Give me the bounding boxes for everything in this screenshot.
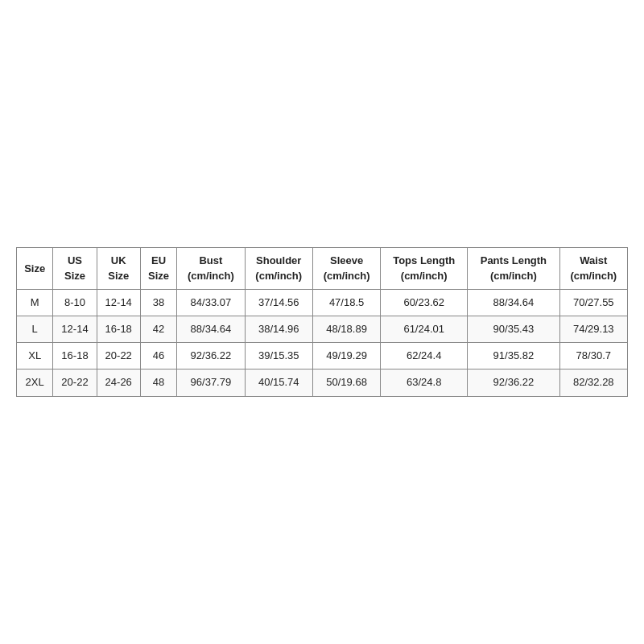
size-chart-container: Size USSize UKSize EUSize Bust(cm/inch) … <box>16 247 628 396</box>
table-row: L12-1416-184288/34.6438/14.9648/18.8961/… <box>17 316 628 343</box>
cell-eu: 42 <box>140 316 176 343</box>
col-header-pants-length: Pants Length(cm/inch) <box>468 248 559 289</box>
cell-uk: 16-18 <box>97 316 140 343</box>
cell-eu: 46 <box>140 343 176 369</box>
cell-size: L <box>17 316 53 343</box>
table-row: 2XL20-2224-264896/37.7940/15.7450/19.686… <box>17 369 628 396</box>
col-header-uk: UKSize <box>97 248 140 289</box>
cell-size: M <box>17 289 53 316</box>
col-header-size: Size <box>17 248 53 289</box>
cell-tops_length: 63/24.8 <box>381 369 468 396</box>
cell-waist: 82/32.28 <box>559 369 627 396</box>
cell-pants_length: 91/35.82 <box>468 343 559 369</box>
col-header-us: USSize <box>53 248 97 289</box>
cell-uk: 20-22 <box>97 343 140 369</box>
cell-tops_length: 61/24.01 <box>381 316 468 343</box>
col-header-eu: EUSize <box>140 248 176 289</box>
cell-bust: 96/37.79 <box>177 369 245 396</box>
cell-pants_length: 92/36.22 <box>468 369 559 396</box>
cell-sleeve: 47/18.5 <box>312 289 380 316</box>
cell-us: 16-18 <box>53 343 97 369</box>
table-row: XL16-1820-224692/36.2239/15.3549/19.2962… <box>17 343 628 369</box>
cell-tops_length: 60/23.62 <box>381 289 468 316</box>
cell-sleeve: 49/19.29 <box>312 343 380 369</box>
cell-us: 8-10 <box>53 289 97 316</box>
cell-tops_length: 62/24.4 <box>381 343 468 369</box>
cell-waist: 78/30.7 <box>559 343 627 369</box>
cell-pants_length: 90/35.43 <box>468 316 559 343</box>
cell-bust: 84/33.07 <box>177 289 245 316</box>
cell-bust: 92/36.22 <box>177 343 245 369</box>
table-header-row: Size USSize UKSize EUSize Bust(cm/inch) … <box>17 248 628 289</box>
cell-us: 20-22 <box>53 369 97 396</box>
col-header-bust: Bust(cm/inch) <box>177 248 245 289</box>
cell-shoulder: 38/14.96 <box>245 316 312 343</box>
cell-pants_length: 88/34.64 <box>468 289 559 316</box>
cell-shoulder: 40/15.74 <box>245 369 312 396</box>
col-header-shoulder: Shoulder(cm/inch) <box>245 248 312 289</box>
cell-eu: 38 <box>140 289 176 316</box>
cell-uk: 12-14 <box>97 289 140 316</box>
col-header-sleeve: Sleeve(cm/inch) <box>312 248 380 289</box>
size-chart-table: Size USSize UKSize EUSize Bust(cm/inch) … <box>16 247 628 396</box>
table-row: M8-1012-143884/33.0737/14.5647/18.560/23… <box>17 289 628 316</box>
cell-shoulder: 37/14.56 <box>245 289 312 316</box>
col-header-tops-length: Tops Length(cm/inch) <box>381 248 468 289</box>
cell-shoulder: 39/15.35 <box>245 343 312 369</box>
cell-waist: 70/27.55 <box>559 289 627 316</box>
cell-waist: 74/29.13 <box>559 316 627 343</box>
col-header-waist: Waist(cm/inch) <box>559 248 627 289</box>
cell-us: 12-14 <box>53 316 97 343</box>
cell-eu: 48 <box>140 369 176 396</box>
cell-size: 2XL <box>17 369 53 396</box>
cell-size: XL <box>17 343 53 369</box>
cell-sleeve: 48/18.89 <box>312 316 380 343</box>
cell-bust: 88/34.64 <box>177 316 245 343</box>
cell-uk: 24-26 <box>97 369 140 396</box>
cell-sleeve: 50/19.68 <box>312 369 380 396</box>
